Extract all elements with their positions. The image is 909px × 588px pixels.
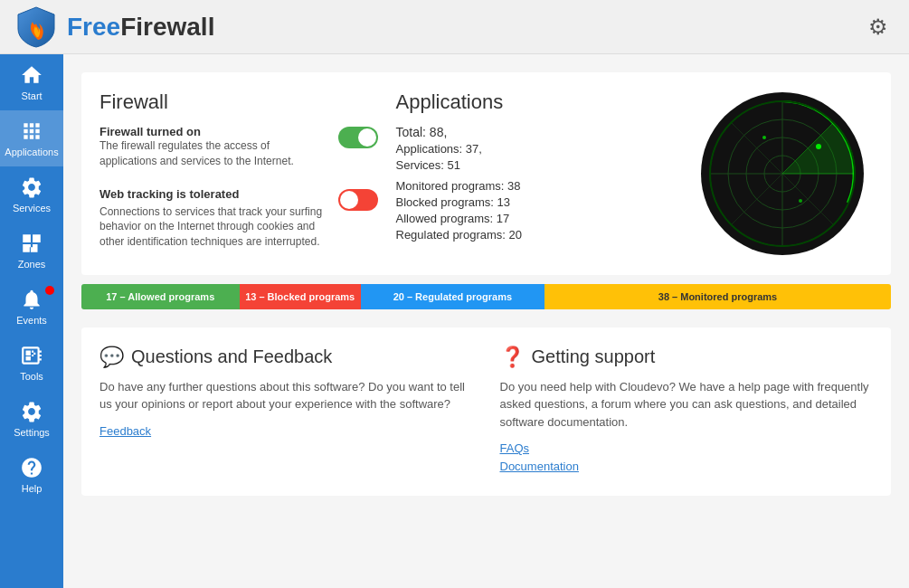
firewall-on-desc: The firewall regulates the access of app… [99,138,329,169]
main-layout: Start Applications Services Zones Events… [0,54,909,588]
monitored-bar: 38 – Monitored programs [544,284,891,309]
question-circle-icon: ❓ [500,346,525,369]
sidebar-label-tools: Tools [20,371,43,382]
sidebar-item-start[interactable]: Start [0,54,63,110]
feedback-link[interactable]: Feedback [99,424,473,438]
radar-section [692,90,873,257]
tools-icon [20,344,43,367]
firewall-on-label: Firewall turned on [99,125,329,138]
apps-total: Total: 88, [396,125,675,139]
support-description: Do you need help with Cloudevo? We have … [500,378,874,432]
events-badge [45,286,54,295]
gear-icon: ⚙ [868,14,888,40]
top-section: Firewall Firewall turned on The firewall… [81,72,891,275]
firewall-on-wrapper: Firewall turned on The firewall regulate… [99,125,329,180]
blocked-bar: 13 – Blocked programs [240,284,361,309]
svg-point-10 [762,136,766,139]
web-tracking-toggle[interactable] [338,189,378,211]
sidebar-settings-icon [20,400,43,423]
sidebar-label-events: Events [16,315,47,326]
monitored-count: Monitored programs: 38 [396,179,675,193]
sidebar-item-events[interactable]: Events [0,279,63,335]
stats-progress-bar: 17 – Allowed programs 13 – Blocked progr… [81,284,891,309]
regulated-bar: 20 – Regulated programs [361,284,544,309]
sidebar-label-help: Help [22,483,43,494]
sidebar-item-tools[interactable]: Tools [0,335,63,391]
sidebar-label-zones: Zones [18,259,46,270]
speech-bubble-icon: 💬 [99,346,124,369]
sidebar: Start Applications Services Zones Events… [0,54,63,588]
apps-count: Applications: 37, [396,142,675,156]
sidebar-label-start: Start [21,90,42,101]
bottom-section: 💬 Questions and Feedback Do have any fur… [81,327,891,497]
support-section: ❓ Getting support Do you need help with … [500,346,874,479]
help-icon [20,456,43,479]
allowed-bar: 17 – Allowed programs [81,284,240,309]
app-title: FreeFirewall [67,13,214,42]
firewall-on-row: Firewall turned on The firewall regulate… [99,125,378,180]
regulated-count: Regulated programs: 20 [396,228,675,242]
sidebar-item-settings[interactable]: Settings [0,391,63,447]
sidebar-label-applications: Applications [5,147,58,157]
apps-icon [20,119,43,143]
settings-gear-button[interactable]: ⚙ [862,11,895,43]
home-icon [20,63,43,87]
sidebar-label-services: Services [13,203,51,213]
applications-title: Applications [396,90,675,114]
faqs-link[interactable]: FAQs [500,441,874,455]
toggle-knob [358,128,376,147]
allowed-count: Allowed programs: 17 [396,212,675,225]
sidebar-item-help[interactable]: Help [0,447,63,503]
firewall-title: Firewall [99,90,378,114]
support-title: ❓ Getting support [500,346,874,369]
applications-section: Applications Total: 88, Applications: 37… [396,90,675,257]
radar-display [701,92,864,255]
services-count: Services: 51 [396,158,675,172]
sidebar-item-applications[interactable]: Applications [0,110,63,166]
events-icon [20,288,43,311]
svg-point-9 [816,144,821,149]
logo-area: FreeFirewall [14,5,214,49]
firewall-toggle[interactable] [338,127,378,148]
titlebar: FreeFirewall ⚙ [0,0,909,54]
blocked-count: Blocked programs: 13 [396,195,675,209]
documentation-link[interactable]: Documentation [500,460,874,473]
feedback-section: 💬 Questions and Feedback Do have any fur… [99,346,473,479]
main-content: Firewall Firewall turned on The firewall… [63,54,909,588]
zones-icon [20,232,43,255]
sidebar-label-settings: Settings [14,427,50,438]
feedback-title: 💬 Questions and Feedback [99,346,473,369]
web-tracking-row: Web tracking is tolerated Connections to… [99,187,378,250]
svg-point-11 [799,199,802,203]
web-tracking-label: Web tracking is tolerated [99,187,329,201]
sidebar-item-zones[interactable]: Zones [0,223,63,279]
sidebar-item-services[interactable]: Services [0,166,63,223]
toggle-knob-2 [340,191,358,209]
app-logo-icon [14,5,58,49]
web-tracking-desc: Connections to services that track your … [99,204,329,250]
services-icon [20,175,43,199]
web-tracking-wrapper: Web tracking is tolerated Connections to… [99,187,329,250]
firewall-section: Firewall Firewall turned on The firewall… [99,90,378,257]
feedback-description: Do have any further questions about this… [99,378,473,413]
